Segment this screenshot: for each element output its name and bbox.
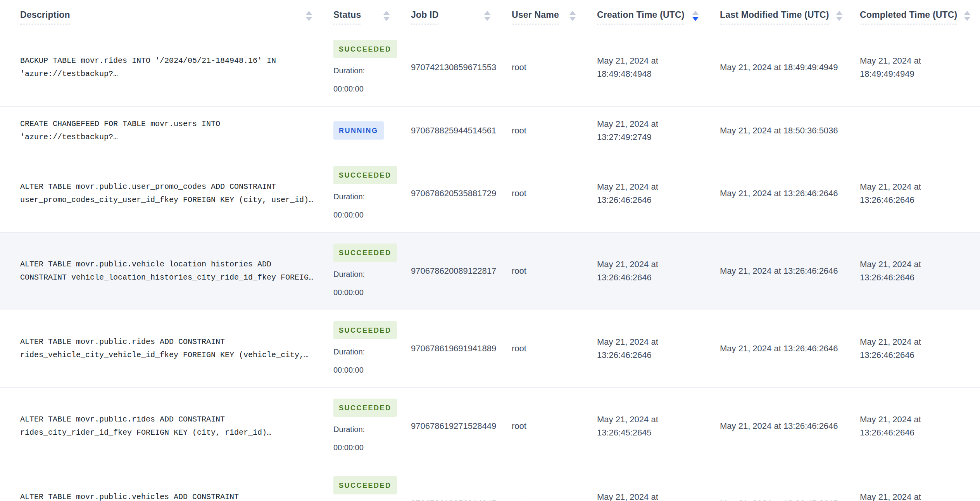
job-status-cell: SUCCEEDED Duration: 00:00:00 xyxy=(333,29,411,106)
sort-arrows-icon[interactable] xyxy=(692,11,699,23)
column-header[interactable]: Completed Time (UTC) xyxy=(860,0,980,29)
job-description-cell[interactable]: ALTER TABLE movr.public.vehicle_location… xyxy=(0,232,333,310)
sort-arrows-icon[interactable] xyxy=(306,11,312,23)
duration-label: Duration: xyxy=(333,64,399,77)
sort-down-arrow-icon xyxy=(964,17,970,21)
sort-down-arrow-icon xyxy=(836,17,842,21)
job-id: 970742130859671553 xyxy=(411,29,512,106)
column-header[interactable]: Status xyxy=(333,0,411,29)
sort-arrows-icon[interactable] xyxy=(383,11,390,23)
user-name: root xyxy=(512,155,597,232)
completed-time xyxy=(860,106,980,155)
job-status-cell: SUCCEEDED Duration: 00:00:00 xyxy=(333,465,411,501)
duration-value: 00:00:00 xyxy=(333,82,399,95)
sort-up-arrow-icon xyxy=(383,11,390,15)
job-description[interactable]: ALTER TABLE movr.public.vehicles ADD CON… xyxy=(20,491,322,501)
last-modified-time: May 21, 2024 at 13:26:46:2646 xyxy=(720,310,860,387)
column-header[interactable]: Description xyxy=(0,0,333,29)
job-status-cell: SUCCEEDED Duration: 00:00:00 xyxy=(333,232,411,310)
completed-time: May 21, 2024 at 13:26:46:2646 xyxy=(860,155,980,232)
column-header[interactable]: Last Modified Time (UTC) xyxy=(720,0,860,29)
sort-up-arrow-icon xyxy=(569,11,576,15)
sort-arrows-icon[interactable] xyxy=(964,11,970,23)
table-row[interactable]: ALTER TABLE movr.public.rides ADD CONSTR… xyxy=(0,387,980,465)
job-id: 970678825944514561 xyxy=(411,106,512,155)
job-description[interactable]: ALTER TABLE movr.public.rides ADD CONSTR… xyxy=(20,335,322,362)
column-header-label[interactable]: Completed Time (UTC) xyxy=(860,10,957,24)
sort-up-arrow-icon xyxy=(964,11,970,15)
column-header-label[interactable]: Creation Time (UTC) xyxy=(597,10,685,24)
job-status-cell: SUCCEEDED Duration: 00:00:00 xyxy=(333,387,411,465)
duration-value: 00:00:00 xyxy=(333,208,399,221)
creation-time: May 21, 2024 at 13:26:46:2646 xyxy=(597,232,720,310)
duration-label: Duration: xyxy=(333,423,399,436)
job-description[interactable]: CREATE CHANGEFEED FOR TABLE movr.users I… xyxy=(20,117,322,144)
completed-time: May 21, 2024 at 13:26:46:2646 xyxy=(860,310,980,387)
duration-value: 00:00:00 xyxy=(333,363,399,377)
sort-arrows-icon[interactable] xyxy=(484,11,490,23)
job-id: 970678620089122817 xyxy=(411,232,512,310)
duration-label: Duration: xyxy=(333,345,399,358)
status-badge: SUCCEEDED xyxy=(333,40,397,58)
completed-time: May 21, 2024 at 13:26:45:2645 xyxy=(860,465,980,501)
job-description[interactable]: BACKUP TABLE movr.rides INTO '/2024/05/2… xyxy=(20,54,322,81)
last-modified-time: May 21, 2024 at 18:49:49:4949 xyxy=(720,29,860,106)
column-header[interactable]: Job ID xyxy=(411,0,512,29)
duration-value: 00:00:00 xyxy=(333,441,399,454)
sort-up-arrow-icon xyxy=(306,11,312,15)
column-header[interactable]: User Name xyxy=(512,0,597,29)
user-name: root xyxy=(512,310,597,387)
status-badge: SUCCEEDED xyxy=(333,244,397,262)
job-description[interactable]: ALTER TABLE movr.public.vehicle_location… xyxy=(20,258,322,284)
column-header-label[interactable]: Job ID xyxy=(411,10,438,24)
job-description-cell[interactable]: ALTER TABLE movr.public.rides ADD CONSTR… xyxy=(0,387,333,465)
job-status-cell: RUNNING xyxy=(333,106,411,155)
table-row[interactable]: ALTER TABLE movr.public.user_promo_codes… xyxy=(0,155,980,232)
sort-up-arrow-icon xyxy=(484,11,490,15)
job-description[interactable]: ALTER TABLE movr.public.rides ADD CONSTR… xyxy=(20,413,322,439)
sort-arrows-icon[interactable] xyxy=(836,11,842,23)
status-badge: SUCCEEDED xyxy=(333,321,397,339)
duration-value: 00:00:00 xyxy=(333,286,399,299)
completed-time: May 21, 2024 at 13:26:46:2646 xyxy=(860,232,980,310)
column-header[interactable]: Creation Time (UTC) xyxy=(597,0,720,29)
job-description-cell[interactable]: ALTER TABLE movr.public.vehicles ADD CON… xyxy=(0,465,333,501)
job-status-cell: SUCCEEDED Duration: 00:00:00 xyxy=(333,310,411,387)
table-body: BACKUP TABLE movr.rides INTO '/2024/05/2… xyxy=(0,29,980,501)
table-row[interactable]: ALTER TABLE movr.public.vehicle_location… xyxy=(0,232,980,310)
table-row[interactable]: CREATE CHANGEFEED FOR TABLE movr.users I… xyxy=(0,106,980,155)
table-row[interactable]: ALTER TABLE movr.public.rides ADD CONSTR… xyxy=(0,310,980,387)
duration-label: Duration: xyxy=(333,268,399,281)
status-badge: SUCCEEDED xyxy=(333,399,397,417)
column-header-label[interactable]: Status xyxy=(333,10,361,24)
creation-time: May 21, 2024 at 13:26:45:2645 xyxy=(597,387,720,465)
sort-arrows-icon[interactable] xyxy=(569,11,576,23)
job-description-cell[interactable]: ALTER TABLE movr.public.rides ADD CONSTR… xyxy=(0,310,333,387)
user-name: root xyxy=(512,232,597,310)
sort-down-arrow-icon xyxy=(692,17,699,21)
job-description-cell[interactable]: CREATE CHANGEFEED FOR TABLE movr.users I… xyxy=(0,106,333,155)
duration-label: Duration: xyxy=(333,190,399,203)
column-header-label[interactable]: Last Modified Time (UTC) xyxy=(720,10,829,24)
sort-down-arrow-icon xyxy=(569,17,576,21)
job-description-cell[interactable]: ALTER TABLE movr.public.user_promo_codes… xyxy=(0,155,333,232)
status-badge: RUNNING xyxy=(333,121,384,140)
sort-up-arrow-icon xyxy=(836,11,842,15)
table-row[interactable]: ALTER TABLE movr.public.vehicles ADD CON… xyxy=(0,465,980,501)
table-row[interactable]: BACKUP TABLE movr.rides INTO '/2024/05/2… xyxy=(0,29,980,106)
job-description-cell[interactable]: BACKUP TABLE movr.rides INTO '/2024/05/2… xyxy=(0,29,333,106)
job-id: 970678620535881729 xyxy=(411,155,512,232)
last-modified-time: May 21, 2024 at 13:26:45:2645 xyxy=(720,465,860,501)
user-name: root xyxy=(512,465,597,501)
creation-time: May 21, 2024 at 13:27:49:2749 xyxy=(597,106,720,155)
job-id: 970678618856914945 xyxy=(411,465,512,501)
table-header-row: Description Status Job ID User Name xyxy=(0,0,980,29)
job-id: 970678619691941889 xyxy=(411,310,512,387)
column-header-label[interactable]: Description xyxy=(20,10,70,24)
sort-up-arrow-icon xyxy=(692,11,699,15)
jobs-page: Description Status Job ID User Name xyxy=(0,0,980,501)
column-header-label[interactable]: User Name xyxy=(512,10,559,24)
job-description[interactable]: ALTER TABLE movr.public.user_promo_codes… xyxy=(20,180,322,207)
status-badge: SUCCEEDED xyxy=(333,166,397,184)
status-badge: SUCCEEDED xyxy=(333,476,397,494)
